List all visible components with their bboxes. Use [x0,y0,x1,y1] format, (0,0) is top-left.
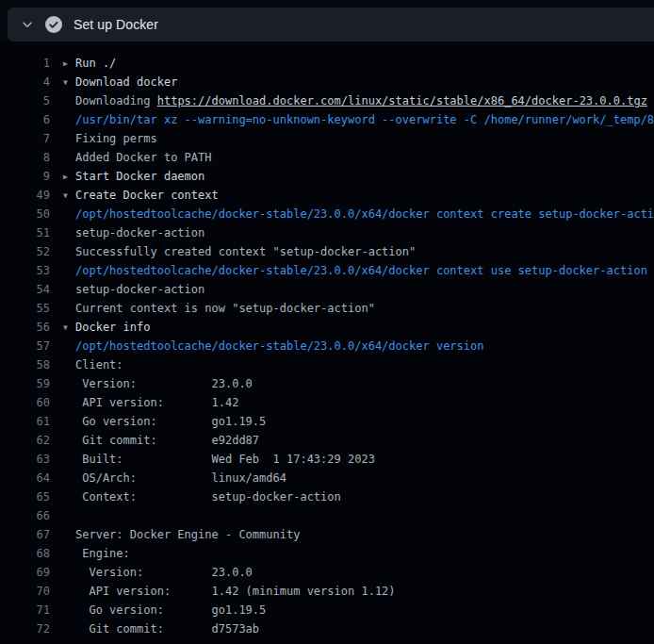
log-line: 70 API version: 1.42 (minimum version 1.… [0,582,654,601]
group-title: Docker info [75,321,150,334]
log-line: 62 Git commit: e92dd87 [0,431,654,450]
group-expanded-arrow-icon[interactable]: ▼ [63,187,75,205]
line-content: ▼Download docker [63,73,177,91]
group-collapsed-arrow-icon[interactable]: ▶ [63,168,75,186]
line-number[interactable]: 58 [0,355,50,374]
log-text: Successfully created context "setup-dock… [75,245,416,258]
log-text: OS/Arch: linux/amd64 [75,471,286,485]
line-number[interactable]: 62 [0,431,50,450]
log-line: 54setup-docker-action [0,280,654,299]
chevron-down-icon[interactable] [20,17,35,32]
log-line: 60 API version: 1.42 [0,393,654,412]
line-number[interactable]: 66 [0,506,50,525]
log-text: Server: Docker Engine - Community [75,528,300,541]
line-number[interactable]: 69 [0,563,50,582]
line-number[interactable]: 4 [0,73,50,91]
line-number[interactable]: 61 [0,412,50,431]
step-title: Set up Docker [74,17,158,32]
log-group-line[interactable]: 56▼Docker info [0,318,654,337]
command-text: /opt/hostedtoolcache/docker-stable/23.0.… [75,207,654,221]
line-content: Fixing perms [63,129,157,148]
line-number[interactable]: 52 [0,242,50,261]
step-header[interactable]: Set up Docker [8,8,654,41]
line-number[interactable]: 59 [0,374,50,393]
line-number[interactable]: 71 [0,601,50,619]
log-text: API version: 1.42 (minimum version 1.12) [75,585,396,598]
log-group-line[interactable]: 4▼Download docker [0,73,654,91]
line-content: ▶Start Docker daemon [63,167,204,186]
log-line: 67Server: Docker Engine - Community [0,525,654,544]
log-text: Go version: go1.19.5 [75,415,266,428]
line-number[interactable]: 64 [0,469,50,487]
log-line: 57/opt/hostedtoolcache/docker-stable/23.… [0,337,654,355]
line-content: Built: Wed Feb 1 17:43:29 2023 [63,450,375,469]
line-number[interactable]: 50 [0,205,50,223]
line-number[interactable]: 57 [0,337,50,355]
line-content: Git commit: d7573ab [63,619,259,638]
log-group-line[interactable]: 1▶Run ./ [0,54,654,73]
log-text: Context: setup-docker-action [75,490,341,504]
line-number[interactable]: 1 [0,54,50,73]
log-text: Engine: [75,547,130,560]
group-title: Download docker [75,75,177,89]
line-number[interactable]: 55 [0,299,50,318]
line-number[interactable]: 60 [0,393,50,412]
log-line: 65 Context: setup-docker-action [0,487,654,506]
log-link[interactable]: https://download.docker.com/linux/static… [157,94,647,107]
log-text: Built: Wed Feb 1 17:43:29 2023 [75,453,375,466]
log-group-line[interactable]: 49▼Create Docker context [0,186,654,205]
line-number[interactable]: 8 [0,148,50,167]
line-content: Go version: go1.19.5 [63,412,266,431]
line-number[interactable]: 6 [0,110,50,129]
log-text: Fixing perms [75,132,157,145]
line-content: API version: 1.42 [63,393,238,412]
line-number[interactable]: 65 [0,487,50,506]
line-content: Server: Docker Engine - Community [63,525,300,544]
log-line: 7Fixing perms [0,129,654,148]
line-content: Version: 23.0.0 [63,563,253,582]
line-number[interactable]: 68 [0,544,50,563]
log-text: Git commit: e92dd87 [75,434,259,447]
line-number[interactable]: 72 [0,619,50,638]
line-content: Version: 23.0.0 [63,374,253,393]
log-line: 69 Version: 23.0.0 [0,563,654,582]
line-number[interactable]: 7 [0,129,50,148]
line-content: setup-docker-action [63,223,204,242]
log-line: 52Successfully created context "setup-do… [0,242,654,261]
line-number[interactable]: 49 [0,186,50,205]
line-content: Downloading https://download.docker.com/… [63,91,647,110]
line-content: Successfully created context "setup-dock… [63,242,416,261]
line-content: setup-docker-action [63,280,204,299]
log-line: 53/opt/hostedtoolcache/docker-stable/23.… [0,261,654,280]
log-line: 63 Built: Wed Feb 1 17:43:29 2023 [0,450,654,469]
log-text: Client: [75,358,123,372]
log-line: 50/opt/hostedtoolcache/docker-stable/23.… [0,205,654,223]
group-title: Start Docker daemon [75,170,204,183]
log-line: 68 Engine: [0,544,654,563]
line-number[interactable]: 51 [0,223,50,242]
log-text: Downloading [75,94,157,107]
log-text: Current context is now "setup-docker-act… [75,302,375,315]
log-text: Git commit: d7573ab [75,622,259,636]
line-content: API version: 1.42 (minimum version 1.12) [63,582,396,601]
line-number[interactable]: 54 [0,280,50,299]
line-number[interactable]: 9 [0,167,50,186]
line-content: /opt/hostedtoolcache/docker-stable/23.0.… [63,261,647,280]
line-content: /opt/hostedtoolcache/docker-stable/23.0.… [63,337,483,355]
log-line: 71 Go version: go1.19.5 [0,601,654,619]
group-expanded-arrow-icon[interactable]: ▼ [63,319,75,337]
log-group-line[interactable]: 9▶Start Docker daemon [0,167,654,186]
line-number[interactable]: 5 [0,91,50,110]
line-number[interactable]: 63 [0,450,50,469]
line-number[interactable]: 67 [0,525,50,544]
line-content: ▼Create Docker context [63,186,219,205]
line-number[interactable]: 56 [0,318,50,337]
line-number[interactable]: 53 [0,261,50,280]
log-output: 1▶Run ./4▼Download docker5Downloading ht… [0,41,654,644]
group-collapsed-arrow-icon[interactable]: ▶ [63,55,75,73]
line-number[interactable]: 70 [0,582,50,601]
line-content: /opt/hostedtoolcache/docker-stable/23.0.… [63,205,654,223]
group-expanded-arrow-icon[interactable]: ▼ [63,74,75,91]
line-content: Current context is now "setup-docker-act… [63,299,375,318]
line-content: OS/Arch: linux/amd64 [63,469,286,487]
